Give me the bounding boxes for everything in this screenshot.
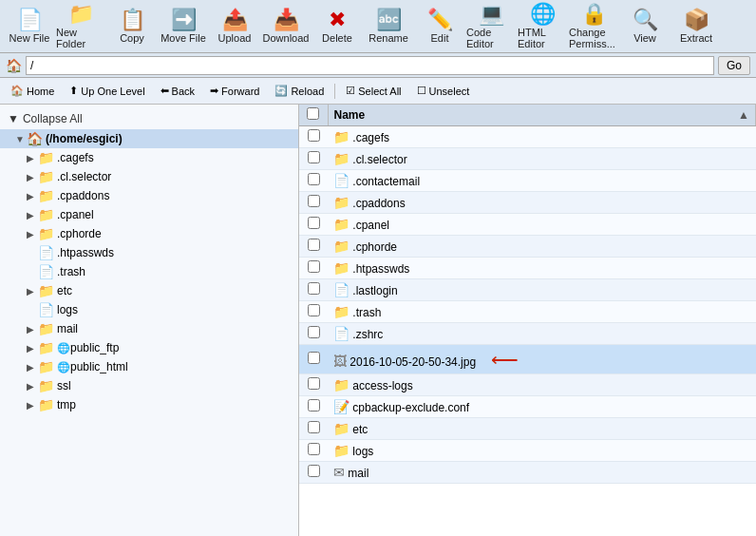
table-row[interactable]: 📁 access-logs <box>299 374 756 396</box>
world-icon: 🌐 <box>57 361 70 373</box>
table-row[interactable]: 📄 .contactemail <box>299 170 756 192</box>
table-row[interactable]: 📁 .cpaddons <box>299 192 756 214</box>
tree-icon: 📄 <box>38 264 54 279</box>
file-row-icon: 🖼 <box>333 354 347 369</box>
unselect-nav-label: Unselect <box>429 86 470 97</box>
upload-button[interactable]: 📤Upload <box>209 3 260 50</box>
go-button[interactable]: Go <box>718 56 750 75</box>
tree-item-public_html[interactable]: ▶📁 🌐public_html <box>0 357 298 376</box>
table-row[interactable]: 📁 .trash <box>299 301 756 323</box>
select-all-nav-icon: ☑ <box>346 85 355 97</box>
file-row-icon: 📄 <box>333 173 350 188</box>
row-checkbox[interactable] <box>308 465 320 477</box>
file-row-icon: 📁 <box>333 421 350 436</box>
row-checkbox[interactable] <box>308 282 320 295</box>
tree-icon: 📁 <box>38 188 54 203</box>
unselect-nav-button[interactable]: ☐Unselect <box>410 82 477 100</box>
tree-item-public_ftp[interactable]: ▶📁 🌐public_ftp <box>0 338 298 357</box>
reload-nav-button[interactable]: 🔄Reload <box>268 82 331 100</box>
extract-label: Extract <box>680 32 712 44</box>
delete-button[interactable]: ✖Delete <box>312 3 363 50</box>
up-one-level-nav-label: Up One Level <box>81 86 144 97</box>
table-row[interactable]: 📁 .cphorde <box>299 236 756 258</box>
code-editor-button[interactable]: 💻Code Editor <box>465 3 517 50</box>
row-checkbox[interactable] <box>308 129 320 142</box>
tree-label: .trash <box>57 265 85 278</box>
change-perms-button[interactable]: 🔒Change Permiss... <box>568 3 619 50</box>
view-button[interactable]: 🔍View <box>619 3 671 50</box>
copy-button[interactable]: 📋Copy <box>106 3 158 50</box>
row-checkbox[interactable] <box>308 377 320 390</box>
tree-item-root[interactable]: ▼🏠(/home/esgici) <box>0 129 298 148</box>
row-checkbox[interactable] <box>308 173 320 185</box>
row-checkbox[interactable] <box>308 195 320 207</box>
row-checkbox[interactable] <box>308 217 320 229</box>
table-row[interactable]: ✉ mail <box>299 462 756 484</box>
tree-item-mail[interactable]: ▶📁mail <box>0 319 298 338</box>
tree-item-tmp[interactable]: ▶📁tmp <box>0 395 298 414</box>
reload-nav-label: Reload <box>291 86 324 97</box>
root-home-icon: 🏠 <box>27 131 43 146</box>
table-row[interactable]: 📁 etc <box>299 418 756 440</box>
table-row[interactable]: 📁 .cagefs <box>299 126 756 148</box>
file-list-panel: Name ▲ 📁 .cagefs 📁 .cl.selector 📄 .conta… <box>299 105 756 536</box>
table-row[interactable]: 📄 .lastlogin <box>299 279 756 301</box>
name-col-header[interactable]: Name ▲ <box>328 105 756 126</box>
table-row[interactable]: 📁 logs <box>299 440 756 462</box>
tree-item-etc[interactable]: ▶📁etc <box>0 281 298 300</box>
table-row[interactable]: 📁 .htpasswds <box>299 258 756 279</box>
rename-button[interactable]: 🔤Rename <box>363 3 414 50</box>
collapse-all-button[interactable]: ▼ Collapse All <box>0 108 298 129</box>
row-checkbox[interactable] <box>308 239 320 251</box>
row-checkbox-cell <box>299 374 328 396</box>
file-row-icon: 📁 <box>333 260 350 276</box>
back-nav-button[interactable]: ⬅Back <box>154 82 201 100</box>
table-row[interactable]: 📝 cpbackup-exclude.conf <box>299 396 756 418</box>
move-file-button[interactable]: ➡️Move File <box>158 3 209 50</box>
new-folder-button[interactable]: 📁New Folder <box>55 3 106 50</box>
html-editor-button[interactable]: 🌐HTML Editor <box>517 3 568 50</box>
table-row[interactable]: 📄 .zshrc <box>299 323 756 345</box>
file-name: .cpaddons <box>352 197 405 210</box>
edit-button[interactable]: ✏️Edit <box>414 3 465 50</box>
file-table: Name ▲ 📁 .cagefs 📁 .cl.selector 📄 .conta… <box>299 105 756 484</box>
row-checkbox[interactable] <box>308 443 320 455</box>
tree-icon: 📄 <box>38 302 54 317</box>
tree-item-htpasswds[interactable]: 📄.htpasswds <box>0 243 298 262</box>
tree-item-trash[interactable]: 📄.trash <box>0 262 298 281</box>
tree-item-cagefs[interactable]: ▶📁.cagefs <box>0 148 298 167</box>
tree-label: .cpanel <box>57 208 94 221</box>
row-checkbox[interactable] <box>308 151 320 163</box>
row-checkbox[interactable] <box>308 304 320 316</box>
row-name-cell: 📁 logs <box>328 440 756 462</box>
table-row[interactable]: 📁 .cl.selector <box>299 148 756 170</box>
row-checkbox[interactable] <box>308 326 320 338</box>
up-one-level-nav-button[interactable]: ⬆Up One Level <box>63 82 151 100</box>
download-button[interactable]: 📥Download <box>260 3 312 50</box>
table-row[interactable]: 📁 .cpanel <box>299 214 756 236</box>
select-all-checkbox[interactable] <box>307 107 319 120</box>
row-checkbox[interactable] <box>308 260 320 273</box>
row-checkbox[interactable] <box>308 399 320 412</box>
extract-button[interactable]: 📦Extract <box>671 3 722 50</box>
new-folder-label: New Folder <box>56 27 105 49</box>
tree-item-cpanel[interactable]: ▶📁.cpanel <box>0 205 298 224</box>
tree-item-logs[interactable]: 📄logs <box>0 300 298 319</box>
file-name: .lastlogin <box>352 284 397 297</box>
address-input[interactable] <box>26 56 714 75</box>
table-row[interactable]: 🖼 2016-10-05-20-50-34.jpg⟵ <box>299 345 756 374</box>
tree-item-cphorde[interactable]: ▶📁.cphorde <box>0 224 298 243</box>
tree-item-cpaddons[interactable]: ▶📁.cpaddons <box>0 186 298 205</box>
code-editor-icon: 💻 <box>479 4 504 25</box>
tree-item-clselector[interactable]: ▶📁.cl.selector <box>0 167 298 186</box>
select-all-nav-button[interactable]: ☑Select All <box>339 82 407 100</box>
row-checkbox-cell <box>299 126 328 148</box>
new-file-button[interactable]: 📄New File <box>4 3 55 50</box>
change-perms-icon: 🔒 <box>581 4 607 25</box>
row-checkbox[interactable] <box>308 421 320 433</box>
tree-icon: 📁 <box>38 150 54 165</box>
home-nav-button[interactable]: 🏠Home <box>4 82 61 100</box>
tree-item-ssl[interactable]: ▶📁ssl <box>0 376 298 395</box>
forward-nav-button[interactable]: ➡Forward <box>203 82 266 100</box>
row-checkbox[interactable] <box>308 352 320 364</box>
